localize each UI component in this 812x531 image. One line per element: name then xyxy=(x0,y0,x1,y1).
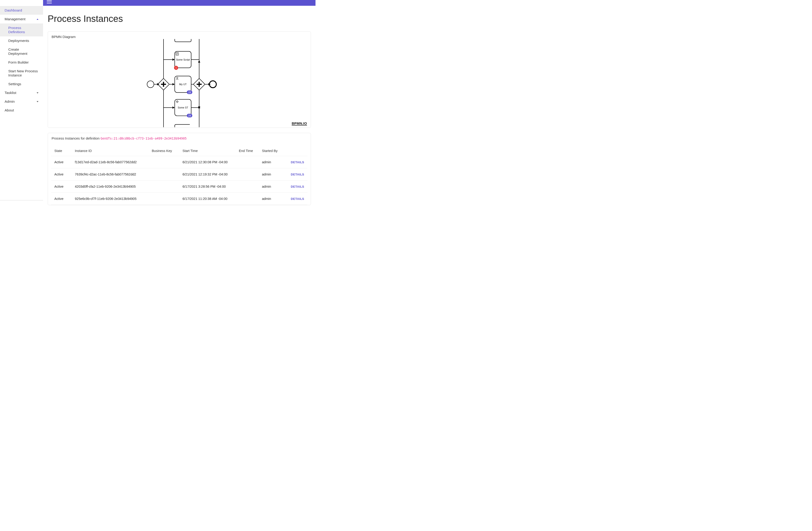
task-my-ut: My UT 28 xyxy=(170,76,193,94)
sidebar-item-label: About xyxy=(4,108,14,112)
sidebar-item-tasklist[interactable]: Tasklist xyxy=(0,88,43,97)
cell-state: Active xyxy=(51,168,72,180)
task-label-1: My UT xyxy=(179,83,187,86)
cell-business-key xyxy=(148,168,179,180)
sidebar-item-management[interactable]: Management xyxy=(0,15,43,24)
task-badge-0: 1 xyxy=(174,66,178,70)
bpmn-diagram-canvas[interactable]: Some Script 1 xyxy=(48,39,311,128)
process-instances-panel: Process Instances for definition GenUTs:… xyxy=(48,133,311,205)
svg-text:28: 28 xyxy=(188,91,191,94)
page-title: Process Instances xyxy=(48,14,311,24)
bpmn-diagram-panel: BPMN Diagram xyxy=(48,31,311,128)
svg-text:28: 28 xyxy=(188,114,191,117)
sidebar-item-label: Tasklist xyxy=(4,91,16,95)
sidebar-item-about[interactable]: About xyxy=(0,106,43,115)
instances-header-prefix: Process Instances for definition xyxy=(52,136,101,140)
task-badge-1: 28 xyxy=(187,90,192,94)
sidebar-item-label: Admin xyxy=(4,100,15,104)
cell-state: Active xyxy=(51,180,72,193)
cell-end-time xyxy=(236,156,259,168)
cell-start-time: 6/21/2021 12:30:08 PM -04:00 xyxy=(179,156,236,168)
col-end-time[interactable]: End Time xyxy=(236,146,259,156)
start-event xyxy=(147,81,154,88)
sidebar-item-label: Dashboard xyxy=(4,8,22,12)
bpmn-diagram-title: BPMN Diagram xyxy=(48,32,311,39)
cell-start-time: 6/17/2021 3:28:56 PM -04:00 xyxy=(179,180,236,193)
sidebar-item-process-definitions[interactable]: Process Definitions xyxy=(0,24,43,36)
cell-start-time: 6/21/2021 12:19:32 PM -04:00 xyxy=(179,168,236,180)
svg-marker-13 xyxy=(173,58,175,61)
details-button[interactable]: DETAILS xyxy=(291,197,304,201)
sidebar-item-start-new-process-instance[interactable]: Start New Process Instance xyxy=(0,67,43,80)
cell-state: Active xyxy=(51,156,72,168)
svg-text:1: 1 xyxy=(175,66,177,69)
cell-business-key xyxy=(148,180,179,193)
col-business-key[interactable]: Business Key xyxy=(148,146,179,156)
bpmn-svg: Some Script 1 xyxy=(48,39,311,128)
col-started-by[interactable]: Started By xyxy=(259,146,282,156)
details-button[interactable]: DETAILS xyxy=(291,185,304,188)
col-state[interactable]: State xyxy=(51,146,72,156)
table-row: Active7639cf4c-d2ac-11eb-8c56-fab077562d… xyxy=(51,168,307,180)
task-label-2: Some ST xyxy=(178,106,188,109)
cell-started-by: admin xyxy=(259,193,282,205)
sidebar-item-create-deployment[interactable]: Create Deployment xyxy=(0,45,43,58)
chevron-up-icon xyxy=(37,19,39,20)
sidebar-item-dashboard[interactable]: Dashboard xyxy=(0,6,43,15)
content-area: Process Instances BPMN Diagram xyxy=(43,6,316,207)
cell-state: Active xyxy=(51,193,72,205)
task-some-script: Some Script 1 xyxy=(163,51,199,70)
cell-instance-id: f13d17ed-d2ad-11eb-8c56-fab077562dd2 xyxy=(72,156,148,168)
cell-start-time: 6/17/2021 11:20:38 AM -04:00 xyxy=(179,193,236,205)
brand: Command xyxy=(0,0,43,1)
details-button[interactable]: DETAILS xyxy=(291,161,304,164)
svg-marker-26 xyxy=(173,106,175,109)
table-row: Active4203d0ff-cfa2-11eb-9206-2e3413b949… xyxy=(51,180,307,193)
definition-id[interactable]: GenUTs:21:d8cd8bcb-cf73-11eb-a499-2e3413… xyxy=(101,136,187,140)
chevron-down-icon xyxy=(37,101,39,102)
cell-started-by: admin xyxy=(259,180,282,193)
svg-marker-38 xyxy=(198,60,200,63)
cell-end-time xyxy=(236,180,259,193)
cell-started-by: admin xyxy=(259,156,282,168)
topbar xyxy=(43,0,316,6)
table-row: Activef13d17ed-d2ad-11eb-8c56-fab077562d… xyxy=(51,156,307,168)
task-label-0: Some Script xyxy=(176,58,190,61)
cell-end-time xyxy=(236,168,259,180)
task-badge-2: 28 xyxy=(187,114,192,117)
menu-icon[interactable] xyxy=(47,0,52,3)
parallel-gateway-join xyxy=(193,78,205,90)
cell-business-key xyxy=(148,193,179,205)
cell-instance-id: 4203d0ff-cfa2-11eb-9206-2e3413b94905 xyxy=(72,180,148,193)
cell-instance-id: 925e6c9b-cf7f-11eb-9206-2e3413b94905 xyxy=(72,193,148,205)
parallel-gateway-split xyxy=(158,78,170,90)
sidebar-item-form-builder[interactable]: Form Builder xyxy=(0,58,43,67)
sidebar-nav: DashboardManagementProcess DefinitionsDe… xyxy=(0,1,43,115)
cell-started-by: admin xyxy=(259,168,282,180)
cell-business-key xyxy=(148,156,179,168)
table-row: Active925e6c9b-cf7f-11eb-9206-2e3413b949… xyxy=(51,193,307,205)
sidebar-item-deployments[interactable]: Deployments xyxy=(0,36,43,45)
instances-table: State Instance ID Business Key Start Tim… xyxy=(51,146,307,205)
col-start-time[interactable]: Start Time xyxy=(179,146,236,156)
instances-header: Process Instances for definition GenUTs:… xyxy=(48,133,311,141)
sidebar-item-label: Management xyxy=(4,17,25,21)
task-some-st: Some ST 28 xyxy=(163,99,200,117)
bpmn-io-logo[interactable]: BPMN.IO xyxy=(292,121,307,125)
details-button[interactable]: DETAILS xyxy=(291,173,304,176)
chevron-down-icon xyxy=(37,92,39,93)
cell-end-time xyxy=(236,193,259,205)
svg-marker-19 xyxy=(173,83,175,85)
col-instance-id[interactable]: Instance ID xyxy=(72,146,148,156)
sidebar-item-settings[interactable]: Settings xyxy=(0,80,43,88)
cell-instance-id: 7639cf4c-d2ac-11eb-8c56-fab077562dd2 xyxy=(72,168,148,180)
sidebar: Command DashboardManagementProcess Defin… xyxy=(0,0,43,200)
sidebar-item-admin[interactable]: Admin xyxy=(0,97,43,106)
